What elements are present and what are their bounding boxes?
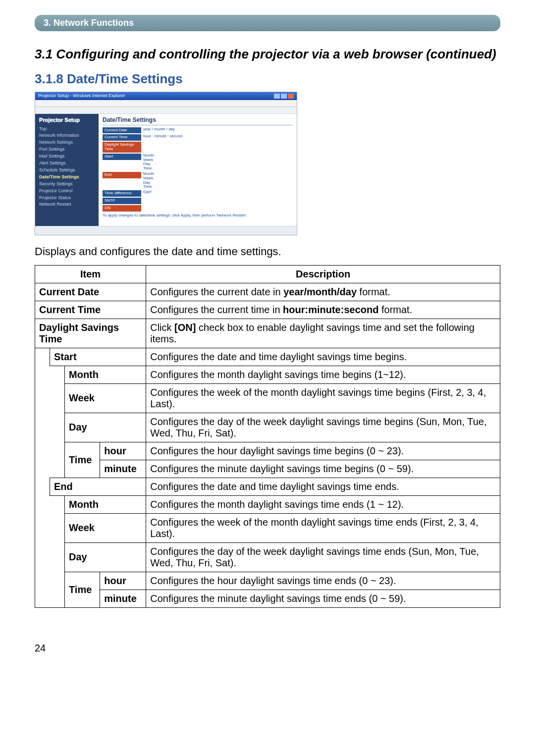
row-end-hour-item: hour bbox=[100, 572, 146, 590]
row-start-minute-item: minute bbox=[100, 460, 146, 478]
row-end-item: End bbox=[50, 478, 146, 495]
fig-side-port: Port Settings bbox=[39, 146, 95, 153]
breadcrumb: 3. Network Functions bbox=[35, 15, 500, 31]
fig-side-date: Date/Time Settings bbox=[39, 174, 95, 181]
fig-side-sched: Schedule Settings bbox=[39, 167, 95, 174]
fig-dst-lab: Daylight Savings Time bbox=[103, 142, 141, 153]
row-current-date-desc: Configures the current date in year/mont… bbox=[146, 283, 500, 301]
fig-on-lab: ON bbox=[103, 205, 141, 212]
fig-note: To apply changes to date/time settings: … bbox=[103, 214, 293, 218]
minimize-icon bbox=[274, 94, 280, 99]
row-end-week-desc: Configures the week of the month dayligh… bbox=[146, 513, 500, 542]
fig-main: Date/Time Settings Current Dateyear / mo… bbox=[99, 114, 297, 226]
fig-side-top: Top: bbox=[39, 126, 95, 133]
fig-panel-title: Date/Time Settings bbox=[103, 117, 293, 125]
row-start-hour-item: hour bbox=[100, 442, 146, 460]
row-end-minute-item: minute bbox=[100, 590, 146, 607]
fig-end-time: Time bbox=[143, 185, 178, 189]
row-start-day-desc: Configures the day of the week daylight … bbox=[146, 413, 500, 442]
row-start-month-desc: Configures the month daylight savings ti… bbox=[146, 366, 500, 383]
row-current-time-desc: Configures the current time in hour:minu… bbox=[146, 301, 500, 319]
row-start-hour-desc: Configures the hour daylight savings tim… bbox=[146, 442, 500, 460]
row-dst-item: Daylight Savings Time bbox=[35, 319, 146, 348]
row-end-month-desc: Configures the month daylight savings ti… bbox=[146, 495, 500, 513]
row-current-date-item: Current Date bbox=[35, 283, 146, 301]
fig-sntp-lab: SNTP bbox=[103, 198, 141, 204]
indent-end bbox=[50, 495, 65, 607]
fig-side-stat: Projector Status bbox=[39, 195, 95, 202]
row-end-week-item: Week bbox=[65, 513, 146, 542]
subsection-title: 3.1.8 Date/Time Settings bbox=[35, 71, 500, 87]
row-start-week-desc: Configures the week of the month dayligh… bbox=[146, 383, 500, 413]
indent-start bbox=[50, 366, 65, 478]
row-current-time-item: Current Time bbox=[35, 301, 146, 319]
row-start-day-item: Day bbox=[65, 413, 146, 442]
fig-start-lab: Start bbox=[103, 154, 141, 160]
fig-statusbar bbox=[35, 226, 297, 234]
fig-side-mail: Mail Settings bbox=[39, 153, 95, 160]
close-icon bbox=[288, 94, 294, 99]
row-start-time-item: Time bbox=[65, 442, 100, 478]
row-start-minute-desc: Configures the minute daylight savings t… bbox=[146, 460, 500, 478]
row-end-day-desc: Configures the day of the week daylight … bbox=[146, 542, 500, 572]
settings-description-table: Item Description Current Date Configures… bbox=[35, 265, 500, 608]
fig-side-netset: Network Settings bbox=[39, 139, 95, 146]
fig-gmt: GMT bbox=[143, 190, 293, 195]
row-end-desc: Configures the date and time daylight sa… bbox=[146, 478, 500, 495]
fig-tabbar bbox=[35, 107, 297, 114]
section-title: 3.1 Configuring and controlling the proj… bbox=[35, 46, 500, 62]
row-start-item: Start bbox=[50, 348, 146, 366]
fig-toolbar bbox=[35, 100, 297, 107]
row-dst-desc: Click [ON] check box to enable daylight … bbox=[146, 319, 500, 348]
row-start-desc: Configures the date and time daylight sa… bbox=[146, 348, 500, 366]
col-item: Item bbox=[35, 265, 146, 283]
fig-end-lab: End bbox=[103, 172, 141, 178]
fig-side-head: Projector Setup bbox=[39, 117, 95, 123]
row-end-day-item: Day bbox=[65, 542, 146, 572]
fig-side-ctrl: Projector Control bbox=[39, 188, 95, 195]
indent-dst bbox=[35, 348, 50, 607]
fig-side-restart: Network Restart bbox=[39, 201, 95, 208]
col-description: Description bbox=[146, 265, 500, 283]
fig-curtime-lab: Current Time bbox=[103, 134, 141, 141]
date-time-settings-screenshot: Projector Setup - Windows Internet Explo… bbox=[35, 92, 297, 235]
row-end-hour-desc: Configures the hour daylight savings tim… bbox=[146, 572, 500, 590]
maximize-icon bbox=[281, 94, 287, 99]
fig-side-sec: Security Settings bbox=[39, 181, 95, 188]
fig-curdate-lab: Current Date bbox=[103, 127, 141, 134]
row-end-time-item: Time bbox=[65, 572, 100, 607]
row-start-week-item: Week bbox=[65, 383, 146, 413]
fig-td-lab: Time difference bbox=[103, 190, 141, 197]
row-start-month-item: Month bbox=[65, 366, 146, 383]
fig-window-title: Projector Setup - Windows Internet Explo… bbox=[38, 94, 125, 99]
fig-sidebar: Projector Setup Top: Network Information… bbox=[35, 114, 99, 226]
fig-side-netinfo: Network Information bbox=[39, 132, 95, 139]
intro-text: Displays and configures the date and tim… bbox=[35, 245, 500, 258]
page-number: 24 bbox=[35, 643, 500, 654]
fig-start-time: Time bbox=[143, 166, 178, 171]
row-end-month-item: Month bbox=[65, 495, 146, 513]
row-end-minute-desc: Configures the minute daylight savings t… bbox=[146, 590, 500, 607]
fig-side-alert: Alert Settings bbox=[39, 160, 95, 167]
